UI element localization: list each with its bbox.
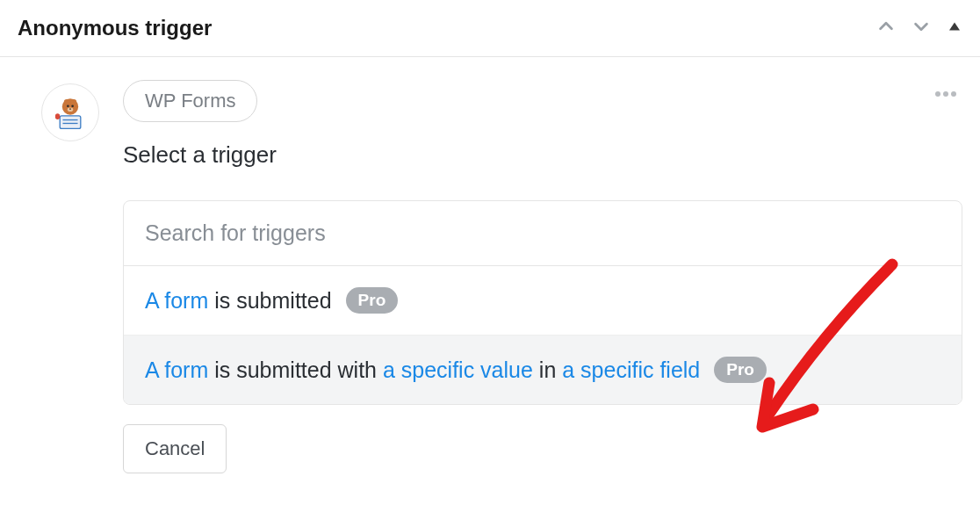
- svg-point-3: [71, 99, 77, 105]
- trigger-token-link[interactable]: a specific value: [383, 357, 533, 382]
- svg-point-13: [943, 91, 948, 97]
- trigger-option-text: A form is submitted with a specific valu…: [145, 357, 700, 383]
- integration-avatar: [41, 83, 99, 141]
- trigger-body: WP Forms Select a trigger Search for tri…: [0, 57, 980, 473]
- trigger-token-plain: is submitted: [208, 288, 331, 313]
- trigger-option-text: A form is submitted: [145, 288, 332, 314]
- svg-marker-0: [949, 23, 960, 31]
- svg-point-4: [67, 105, 69, 107]
- trigger-token-plain: in: [533, 357, 562, 382]
- trigger-token-link[interactable]: a specific field: [562, 357, 700, 382]
- svg-rect-11: [55, 113, 60, 119]
- integration-chip[interactable]: WP Forms: [123, 80, 257, 122]
- chevron-down-icon[interactable]: [912, 17, 931, 40]
- svg-point-7: [69, 108, 71, 110]
- more-options-icon[interactable]: [934, 85, 957, 101]
- trigger-option[interactable]: A form is submitted with a specific valu…: [124, 336, 962, 404]
- search-placeholder: Search for triggers: [145, 220, 326, 245]
- panel-header: Anonymous trigger: [0, 0, 980, 57]
- collapse-triangle-icon[interactable]: [947, 18, 962, 38]
- cancel-button[interactable]: Cancel: [123, 424, 227, 473]
- svg-point-2: [64, 99, 70, 105]
- trigger-search-input[interactable]: Search for triggers: [124, 201, 962, 266]
- pro-badge: Pro: [346, 287, 399, 314]
- trigger-search-box: Search for triggers A form is submittedP…: [123, 200, 962, 405]
- chevron-up-icon[interactable]: [876, 17, 896, 40]
- trigger-option[interactable]: A form is submittedPro: [124, 266, 962, 336]
- trigger-token-plain: is submitted with: [208, 357, 383, 382]
- trigger-main: WP Forms Select a trigger Search for tri…: [123, 80, 962, 473]
- panel-title: Anonymous trigger: [18, 16, 212, 40]
- avatar-column: [18, 80, 123, 141]
- pro-badge: Pro: [714, 357, 767, 383]
- svg-point-12: [935, 91, 940, 97]
- section-subtitle: Select a trigger: [123, 141, 962, 169]
- header-controls: [876, 17, 962, 40]
- svg-rect-8: [60, 116, 81, 128]
- trigger-token-link[interactable]: A form: [145, 357, 208, 382]
- svg-point-14: [951, 91, 956, 97]
- trigger-token-link[interactable]: A form: [145, 288, 208, 313]
- svg-point-5: [71, 105, 74, 107]
